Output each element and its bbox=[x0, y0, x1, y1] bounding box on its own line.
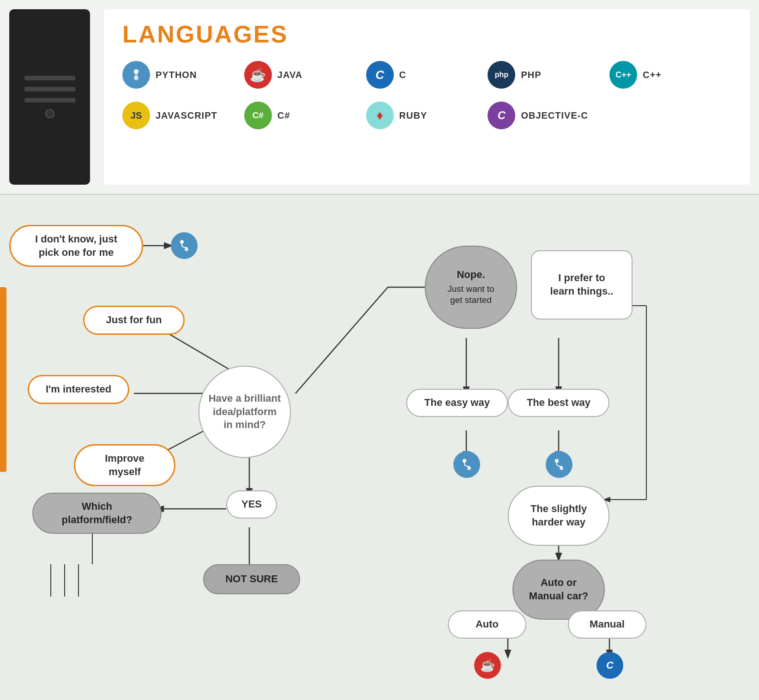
lang-cpp: C++ C++ bbox=[609, 61, 731, 89]
node-brilliant: Have a brilliantidea/platformin mind? bbox=[199, 366, 291, 458]
lang-objc: C OBJECTIVE-C bbox=[488, 102, 609, 129]
node-just-fun: Just for fun bbox=[83, 306, 185, 335]
python-icon-flow-3 bbox=[546, 451, 572, 478]
ruby-label: RUBY bbox=[399, 110, 428, 121]
languages-title: LANGUAGES bbox=[122, 20, 731, 48]
node-easy-way: The easy way bbox=[406, 389, 508, 417]
left-accent-strip bbox=[0, 287, 6, 472]
lang-java: ☕ JAVA bbox=[244, 61, 366, 89]
computer-illustration bbox=[9, 9, 90, 185]
php-icon: php bbox=[488, 61, 515, 89]
php-label: PHP bbox=[521, 70, 541, 80]
node-which-platform: Which platform/field? bbox=[32, 493, 162, 534]
node-manual: Manual bbox=[568, 610, 646, 639]
node-yes: YES bbox=[226, 490, 277, 519]
computer-slot-2 bbox=[24, 87, 75, 91]
js-icon: JS bbox=[122, 102, 150, 129]
lang-javascript: JS JAVASCRIPT bbox=[122, 102, 244, 129]
lang-c: C C bbox=[366, 61, 488, 89]
node-best-way: The best way bbox=[508, 389, 609, 417]
svg-rect-2 bbox=[135, 72, 138, 78]
ruby-icon: ♦ bbox=[366, 102, 394, 129]
node-nope: Nope. Just want toget started bbox=[425, 246, 517, 329]
node-dont-know: I don't know, just pick one for me bbox=[9, 225, 143, 267]
cpp-label: C++ bbox=[643, 70, 662, 80]
top-section: LANGUAGES PYTHON ☕ JAVA C C bbox=[0, 0, 759, 195]
csharp-label: C# bbox=[277, 110, 290, 121]
flowchart-section: I don't know, just pick one for me Just … bbox=[0, 195, 759, 700]
computer-slot-3 bbox=[24, 98, 75, 103]
c-label: C bbox=[399, 70, 406, 80]
node-improve: Improve myself bbox=[74, 444, 175, 486]
lang-python: PYTHON bbox=[122, 61, 244, 89]
c-icon: C bbox=[366, 61, 394, 89]
svg-point-30 bbox=[555, 459, 559, 463]
node-slightly-harder: The slightly harder way bbox=[508, 486, 609, 546]
objc-label: OBJECTIVE-C bbox=[521, 110, 588, 121]
node-auto: Auto bbox=[448, 610, 526, 639]
svg-point-26 bbox=[180, 240, 184, 244]
objc-icon: C bbox=[488, 102, 515, 129]
python-icon bbox=[122, 61, 150, 89]
lang-ruby: ♦ RUBY bbox=[366, 102, 488, 129]
csharp-icon: C# bbox=[244, 102, 272, 129]
svg-line-14 bbox=[295, 287, 388, 393]
computer-slot-1 bbox=[24, 76, 75, 80]
node-interested: I'm interested bbox=[28, 375, 129, 404]
lang-csharp: C# C# bbox=[244, 102, 366, 129]
java-icon-flow: ☕ bbox=[474, 652, 501, 679]
python-icon-flow-2 bbox=[453, 451, 480, 478]
languages-panel: LANGUAGES PYTHON ☕ JAVA C C bbox=[104, 9, 750, 185]
c-icon-flow: C bbox=[596, 652, 623, 679]
node-not-sure: NOT SURE bbox=[203, 564, 300, 594]
java-icon: ☕ bbox=[244, 61, 272, 89]
svg-point-28 bbox=[463, 459, 466, 463]
lang-php: php PHP bbox=[488, 61, 609, 89]
java-label: JAVA bbox=[277, 70, 302, 80]
python-label: PYTHON bbox=[156, 70, 197, 80]
languages-grid: PYTHON ☕ JAVA C C php PHP bbox=[122, 61, 731, 129]
cpp-icon: C++ bbox=[609, 61, 637, 89]
node-i-prefer: I prefer tolearn things.. bbox=[531, 250, 632, 320]
python-icon-flow-1 bbox=[171, 232, 198, 259]
javascript-label: JAVASCRIPT bbox=[156, 110, 217, 121]
computer-power-dot bbox=[45, 109, 54, 118]
